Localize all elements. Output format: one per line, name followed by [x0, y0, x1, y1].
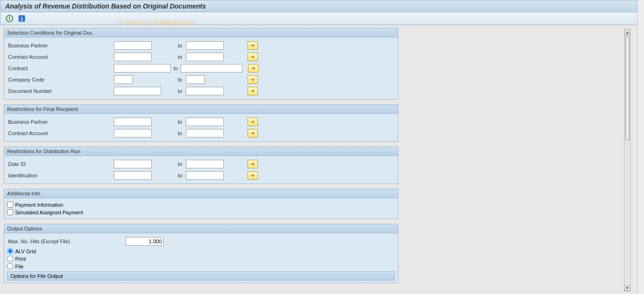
radio-label: File [15, 264, 24, 269]
contract-account-from[interactable] [114, 53, 152, 61]
label: Contract Account [7, 130, 114, 136]
identification-from[interactable] [114, 171, 152, 180]
group-header: Additional Info. [4, 189, 398, 198]
row-identification: Identification to [7, 170, 395, 181]
label: Identification [7, 173, 114, 178]
row-company-code: Company Code to [7, 74, 395, 85]
info-icon[interactable]: i [18, 14, 26, 23]
rec-contract-account-from[interactable] [114, 129, 152, 138]
document-number-from[interactable] [114, 87, 161, 95]
radio-label: ALV Grid [15, 248, 36, 254]
group-selection-conditions: Selection Conditions for Original Doc. B… [4, 28, 398, 100]
alv-grid-radio[interactable] [7, 248, 13, 254]
row-contract: Contract to [7, 63, 395, 74]
label: Document Number [7, 88, 114, 94]
label: Contract [7, 65, 114, 71]
to-label: to [178, 54, 182, 60]
sub-group-header: Options for File Output [7, 271, 395, 281]
contract-to[interactable] [181, 64, 242, 73]
multi-select-button[interactable] [248, 41, 258, 50]
group-header: Restrictions for Final Recipient [4, 105, 398, 114]
execute-icon[interactable] [5, 14, 14, 23]
company-code-to[interactable] [186, 75, 205, 84]
window-title: Analysis of Revenue Distribution Based o… [5, 2, 206, 10]
multi-select-button[interactable] [248, 64, 258, 73]
print-radio[interactable] [7, 256, 13, 262]
radio-label: Print [15, 256, 26, 262]
multi-select-button[interactable] [248, 160, 258, 168]
scroll-up-icon[interactable]: ▲ [625, 29, 630, 36]
to-label: to [178, 173, 182, 178]
date-id-from[interactable] [114, 160, 152, 168]
group-header: Output Options [4, 224, 398, 233]
group-restrictions-distribution: Restrictions for Distribution Run Date I… [4, 147, 398, 184]
to-label: to [178, 43, 182, 48]
group-additional-info: Additional Info. Payment Information Sim… [4, 189, 398, 219]
row-rec-contract-account: Contract Account to [7, 128, 395, 138]
group-output-options: Output Options Max. No. Hits (Except Fil… [4, 224, 398, 283]
file-radio[interactable] [7, 263, 13, 269]
checkbox-payment-info: Payment Information [7, 202, 395, 208]
checkbox-simulated-payment: Simulated Assigned Payment [7, 209, 395, 215]
outer-scrollbar[interactable] [637, 0, 644, 294]
toolbar: i [0, 12, 644, 25]
row-rec-business-partner: Business Partner to [7, 117, 395, 127]
radio-print-row: Print [7, 256, 395, 262]
payment-information-checkbox[interactable] [7, 202, 13, 208]
row-business-partner: Business Partner to [7, 40, 395, 51]
multi-select-button[interactable] [248, 118, 258, 126]
simulated-assigned-payment-checkbox[interactable] [7, 209, 13, 215]
label: Company Code [7, 77, 114, 83]
label: Max. No. Hits (Except File) [7, 239, 126, 244]
group-header: Selection Conditions for Original Doc. [4, 28, 398, 37]
rec-business-partner-from[interactable] [114, 118, 152, 126]
multi-select-button[interactable] [248, 53, 258, 61]
group-header: Restrictions for Distribution Run [4, 147, 398, 156]
document-number-to[interactable] [186, 87, 224, 95]
scrollbar-vertical[interactable]: ▲ ▼ [624, 29, 631, 292]
scroll-thumb[interactable] [625, 36, 630, 140]
row-max-hits: Max. No. Hits (Except File) [7, 236, 395, 247]
rec-contract-account-to[interactable] [186, 129, 224, 138]
radio-alv-grid-row: ALV Grid [7, 248, 395, 254]
window-title-bar: Analysis of Revenue Distribution Based o… [0, 0, 644, 12]
multi-select-button[interactable] [248, 75, 258, 84]
company-code-from[interactable] [114, 75, 133, 84]
right-panel: ▲ ▼ [402, 25, 644, 294]
checkbox-label: Simulated Assigned Payment [15, 210, 83, 215]
contract-account-to[interactable] [186, 53, 224, 61]
radio-file-row: File [7, 263, 395, 269]
max-hits-input[interactable] [126, 237, 164, 246]
to-label: to [178, 161, 182, 167]
to-label: to [178, 77, 182, 83]
multi-select-button[interactable] [248, 129, 258, 138]
content-area: Selection Conditions for Original Doc. B… [0, 25, 644, 294]
to-label: to [178, 119, 182, 125]
checkbox-label: Payment Information [15, 202, 64, 208]
label: Contract Account [7, 54, 114, 60]
svg-text:i: i [21, 16, 23, 22]
label: Date ID [7, 161, 114, 167]
group-restrictions-recipient: Restrictions for Final Recipient Busines… [4, 104, 398, 142]
row-date-id: Date ID to [7, 159, 395, 169]
to-label: to [174, 65, 178, 71]
label: Business Partner [7, 119, 114, 125]
business-partner-from[interactable] [114, 41, 152, 50]
row-document-number: Document Number to [7, 86, 395, 96]
business-partner-to[interactable] [186, 41, 224, 50]
to-label: to [178, 130, 182, 136]
identification-to[interactable] [186, 171, 224, 180]
label: Business Partner [7, 43, 114, 48]
scroll-down-icon[interactable]: ▼ [625, 285, 630, 291]
date-id-to[interactable] [186, 160, 224, 168]
to-label: to [178, 88, 182, 94]
main-panel: Selection Conditions for Original Doc. B… [0, 25, 402, 294]
row-contract-account: Contract Account to [7, 52, 395, 62]
rec-business-partner-to[interactable] [186, 118, 224, 126]
multi-select-button[interactable] [248, 87, 258, 95]
multi-select-button[interactable] [248, 171, 258, 180]
contract-from[interactable] [114, 64, 171, 73]
